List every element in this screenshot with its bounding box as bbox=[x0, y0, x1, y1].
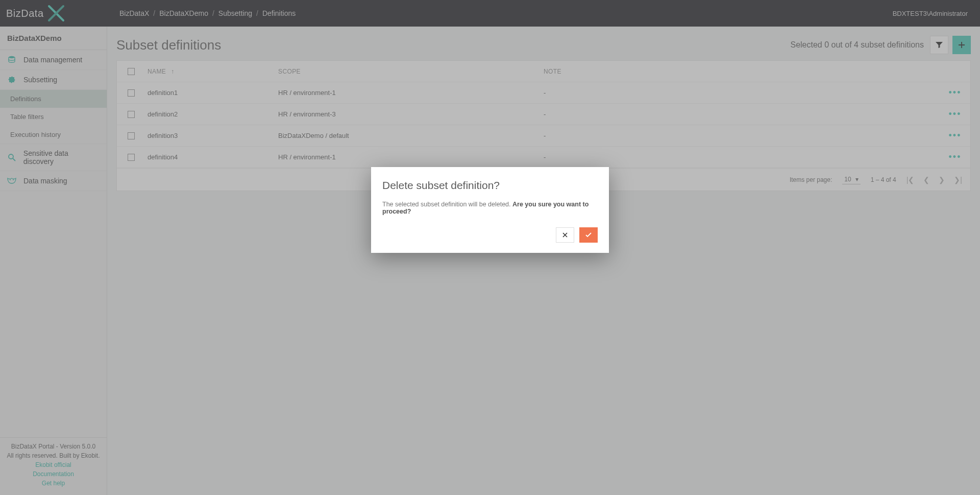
check-icon bbox=[585, 232, 592, 238]
delete-confirm-dialog: Delete subset definition? The selected s… bbox=[371, 167, 609, 253]
cancel-button[interactable] bbox=[556, 227, 574, 243]
modal-overlay[interactable]: Delete subset definition? The selected s… bbox=[0, 0, 980, 495]
confirm-button[interactable] bbox=[579, 227, 598, 243]
dialog-title: Delete subset definition? bbox=[382, 179, 598, 192]
close-icon bbox=[562, 232, 568, 238]
dialog-text: The selected subset definition will be d… bbox=[382, 201, 598, 215]
